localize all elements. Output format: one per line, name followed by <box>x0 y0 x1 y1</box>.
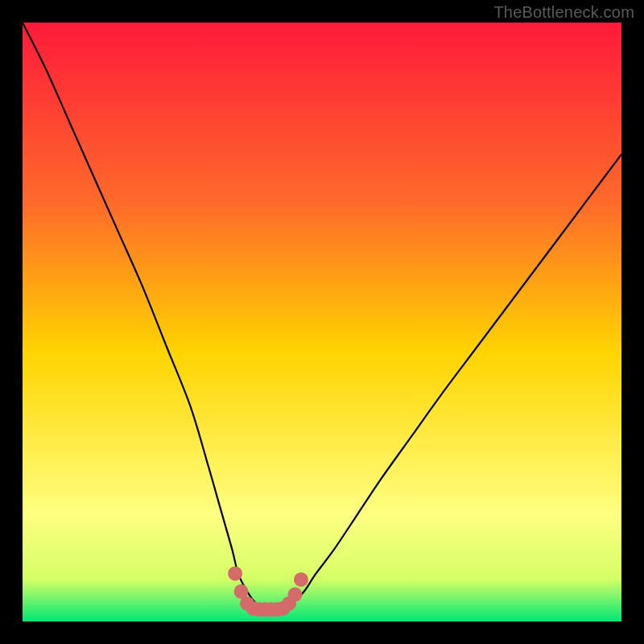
gradient-background <box>23 23 621 621</box>
marker-dot <box>294 572 308 587</box>
bottleneck-chart <box>23 23 621 621</box>
marker-dot <box>228 566 242 580</box>
marker-dot <box>288 588 303 602</box>
chart-frame: TheBottleneck.com <box>0 0 644 644</box>
watermark-text: TheBottleneck.com <box>493 3 634 22</box>
